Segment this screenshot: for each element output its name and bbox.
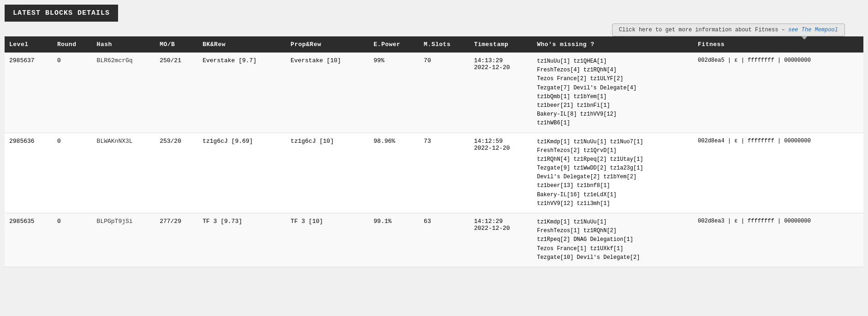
cell-epower: 99% bbox=[369, 53, 419, 133]
cell-missing: tz1Kmdp[1] tz1NuUu[1] tz1Nuo7[1] FreshTe… bbox=[532, 133, 693, 213]
tooltip-bar: Click here to get more information about… bbox=[5, 22, 863, 36]
cell-hash: BLR62mcrGq bbox=[92, 53, 155, 133]
col-round: Round bbox=[53, 36, 92, 53]
cell-proprew: tz1g6cJ [10] bbox=[286, 133, 369, 213]
cell-timestamp: 14:13:29 2022-12-20 bbox=[470, 53, 533, 133]
col-epower: E.Power bbox=[369, 36, 419, 53]
cell-fitness: 002d8ea4 | ε | ffffffff | 00000000 bbox=[693, 133, 863, 213]
cell-mob: 250/21 bbox=[155, 53, 198, 133]
cell-hash: BLPGpT9jSi bbox=[92, 213, 155, 267]
cell-bkrew: TF 3 [9.73] bbox=[198, 213, 286, 267]
cell-timestamp: 14:12:29 2022-12-20 bbox=[470, 213, 533, 267]
cell-proprew: Everstake [10] bbox=[286, 53, 369, 133]
cell-mslots: 63 bbox=[419, 213, 470, 267]
cell-level: 2985635 bbox=[5, 213, 53, 267]
cell-mslots: 73 bbox=[419, 133, 470, 213]
col-proprew: Prop&Rew bbox=[286, 36, 369, 53]
col-timestamp: Timestamp bbox=[470, 36, 533, 53]
cell-missing: tz1NuUu[1] tz1QHEA[1] FreshTezos[4] tz1R… bbox=[532, 53, 693, 133]
cell-bkrew: tz1g6cJ [9.69] bbox=[198, 133, 286, 213]
cell-level: 2985637 bbox=[5, 53, 53, 133]
fitness-tooltip[interactable]: Click here to get more information about… bbox=[612, 23, 845, 36]
cell-round: 0 bbox=[53, 213, 92, 267]
tooltip-text: Click here to get more information about… bbox=[619, 27, 785, 33]
cell-bkrew: Everstake [9.7] bbox=[198, 53, 286, 133]
col-bkrew: BK&Rew bbox=[198, 36, 286, 53]
col-level: Level bbox=[5, 36, 53, 53]
cell-epower: 99.1% bbox=[369, 213, 419, 267]
cell-round: 0 bbox=[53, 53, 92, 133]
cell-fitness: 002d8ea3 | ε | ffffffff | 00000000 bbox=[693, 213, 863, 267]
col-hash: Hash bbox=[92, 36, 155, 53]
table-body: 29856370BLR62mcrGq250/21Everstake [9.7]E… bbox=[5, 53, 863, 267]
cell-missing: tz1Kmdp[1] tz1NuUu[1] FreshTezos[1] tz1R… bbox=[532, 213, 693, 267]
cell-round: 0 bbox=[53, 133, 92, 213]
cell-level: 2985636 bbox=[5, 133, 53, 213]
col-mslots: M.Slots bbox=[419, 36, 470, 53]
col-missing: Who's missing ? bbox=[532, 36, 693, 53]
col-fitness: Fitness bbox=[693, 36, 863, 53]
table-row: 29856350BLPGpT9jSi277/29TF 3 [9.73]TF 3 … bbox=[5, 213, 863, 267]
col-mob: MO/B bbox=[155, 36, 198, 53]
cell-mslots: 70 bbox=[419, 53, 470, 133]
cell-epower: 98.96% bbox=[369, 133, 419, 213]
blocks-table: Level Round Hash MO/B BK&Rew Prop&Rew E.… bbox=[5, 36, 863, 267]
cell-mob: 253/20 bbox=[155, 133, 198, 213]
page-title: LATEST BLOCKS DETAILS bbox=[5, 5, 118, 22]
cell-timestamp: 14:12:59 2022-12-20 bbox=[470, 133, 533, 213]
table-header-row: Level Round Hash MO/B BK&Rew Prop&Rew E.… bbox=[5, 36, 863, 53]
mempool-link[interactable]: see The Mempool bbox=[788, 27, 838, 33]
cell-fitness: 002d8ea5 | ε | ffffffff | 00000000 bbox=[693, 53, 863, 133]
cell-proprew: TF 3 [10] bbox=[286, 213, 369, 267]
cell-mob: 277/29 bbox=[155, 213, 198, 267]
table-row: 29856370BLR62mcrGq250/21Everstake [9.7]E… bbox=[5, 53, 863, 133]
cell-hash: BLWAKnNX3L bbox=[92, 133, 155, 213]
page-wrapper: LATEST BLOCKS DETAILS Click here to get … bbox=[0, 0, 868, 316]
table-row: 29856360BLWAKnNX3L253/20tz1g6cJ [9.69]tz… bbox=[5, 133, 863, 213]
